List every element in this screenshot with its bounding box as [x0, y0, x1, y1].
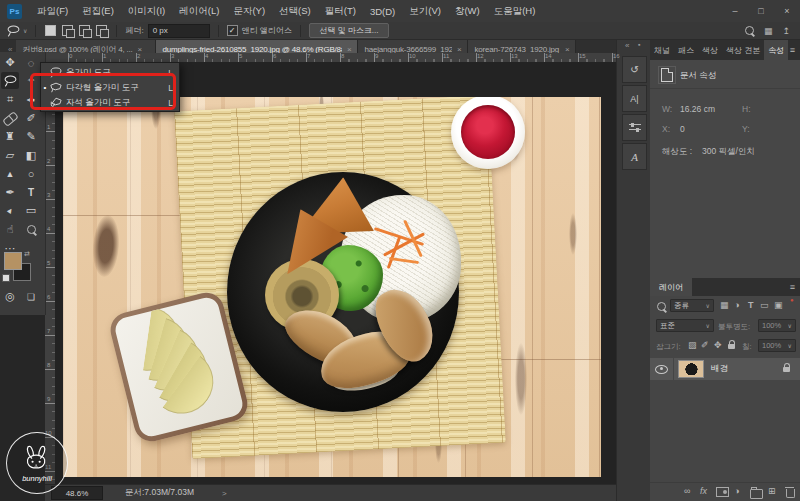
adjustments-panel-button[interactable] — [622, 114, 647, 141]
type-icon: T — [28, 187, 34, 198]
pen-tool[interactable]: ✒ — [1, 184, 19, 201]
layer-visibility-eye-icon[interactable] — [655, 365, 668, 374]
history-panel-button[interactable]: ↺ — [622, 56, 647, 83]
zoom-tool[interactable] — [22, 221, 40, 238]
crop-tool[interactable]: ⌗ — [1, 91, 19, 108]
add-selection-icon[interactable] — [62, 25, 73, 36]
horizontal-ruler: 0 1 2 3 4 5 6 7 8 9 10 11 12 13 14 15 16 — [55, 53, 616, 62]
new-group-folder-icon[interactable] — [750, 489, 763, 499]
minimize-button[interactable]: – — [722, 6, 748, 16]
menu-file[interactable]: 파일(F) — [30, 5, 75, 18]
healing-brush-tool[interactable] — [1, 110, 19, 127]
lock-all-icon[interactable] — [728, 344, 735, 349]
wood-knot — [569, 213, 577, 255]
blend-mode-dropdown[interactable]: 표준 ∨ — [656, 319, 714, 332]
foreground-color-swatch[interactable] — [4, 252, 22, 270]
canvas-image[interactable] — [63, 97, 601, 477]
filter-shape-layers-icon[interactable]: ▭ — [760, 300, 769, 310]
share-icon[interactable]: ↥ — [782, 26, 790, 36]
menu-select[interactable]: 선택(S) — [272, 5, 318, 18]
panel-menu-icon[interactable]: ≡ — [790, 45, 800, 55]
quick-mask-button[interactable]: ◎ — [1, 288, 19, 305]
workspace-switcher-icon[interactable]: ▦ — [764, 26, 773, 36]
hand-tool[interactable]: ☝ — [1, 221, 19, 238]
filter-type-layers-icon[interactable]: T — [748, 300, 754, 310]
menu-filter[interactable]: 필터(T) — [318, 5, 363, 18]
resolution-value[interactable]: 300 픽셀/인치 — [702, 146, 755, 158]
default-colors-icon[interactable] — [2, 274, 10, 282]
search-icon[interactable] — [745, 26, 754, 35]
type-tool[interactable]: T — [22, 184, 40, 201]
layers-panel-menu-icon[interactable]: ≡ — [790, 282, 800, 292]
filter-smart-object-icon[interactable]: ▣ — [774, 300, 783, 310]
rectangle-tool[interactable]: ▭ — [22, 202, 40, 219]
ruler-number: 3 — [171, 53, 174, 59]
menu-view[interactable]: 보기(V) — [402, 5, 448, 18]
expand-panels-icon[interactable]: « — [625, 41, 629, 50]
paragraph-panel-button[interactable]: A — [622, 143, 647, 170]
new-layer-icon[interactable]: ⊞ — [768, 486, 776, 496]
screen-mode-button[interactable]: ❏ — [22, 288, 40, 305]
menu-window[interactable]: 창(W) — [448, 5, 487, 18]
dodge-tool[interactable]: ○ — [22, 165, 40, 182]
layer-style-fx-icon[interactable]: fx — [700, 486, 707, 496]
layer-thumbnail[interactable] — [678, 360, 704, 378]
select-and-mask-button[interactable]: 선택 및 마스크... — [309, 23, 389, 38]
layer-filter-kind-dropdown[interactable]: 종류 ∨ — [670, 299, 714, 312]
lock-transparent-pixels-icon[interactable]: ▨ — [688, 340, 697, 350]
delete-layer-trash-icon[interactable] — [786, 489, 795, 498]
menu-image[interactable]: 이미지(I) — [121, 5, 172, 18]
feather-input[interactable]: 0 px — [148, 24, 210, 38]
history-panel-icon: ↺ — [630, 64, 638, 75]
layer-row-background[interactable]: 배경 — [650, 358, 800, 380]
subtract-selection-icon[interactable] — [79, 25, 90, 36]
menu-type[interactable]: 문자(Y) — [226, 5, 272, 18]
blur-tool[interactable]: ▲ — [1, 165, 19, 182]
antialias-checkbox[interactable]: ✓ — [227, 25, 238, 36]
filter-pixel-layers-icon[interactable]: ▦ — [720, 300, 729, 310]
tab-paths[interactable]: 패스 — [674, 40, 698, 60]
tab-channels[interactable]: 채널 — [650, 40, 674, 60]
zoom-level-input[interactable]: 48.6% — [51, 486, 103, 500]
menu-edit[interactable]: 편집(E) — [75, 5, 121, 18]
opacity-dropdown[interactable]: 100% ∨ — [758, 319, 796, 332]
close-button[interactable]: × — [774, 6, 800, 16]
eraser-tool[interactable]: ▱ — [1, 147, 19, 164]
tab-properties[interactable]: 속성 — [764, 40, 788, 60]
history-brush-tool[interactable]: ✎ — [22, 128, 40, 145]
new-selection-icon[interactable] — [45, 25, 56, 36]
tab-layers[interactable]: 레이어 — [650, 278, 692, 296]
link-layers-icon[interactable]: ∞ — [684, 486, 690, 496]
lock-image-pixels-icon[interactable]: ✐ — [701, 340, 709, 350]
marquee-tool[interactable]: ◌ — [22, 54, 40, 71]
maximize-button[interactable]: □ — [748, 6, 774, 16]
status-options-chevron-icon[interactable]: > — [222, 489, 227, 498]
ruler-number: 13 — [511, 53, 518, 59]
tab-color[interactable]: 색상 — [698, 40, 722, 60]
fill-dropdown[interactable]: 100% ∨ — [758, 339, 796, 352]
lock-position-icon[interactable]: ✥ — [714, 340, 722, 350]
menu-3d[interactable]: 3D(D) — [363, 6, 402, 17]
width-value[interactable]: 16.26 cm — [680, 104, 715, 114]
gradient-tool[interactable]: ◧ — [22, 147, 40, 164]
filter-adjustment-layers-icon[interactable]: ◑ — [734, 300, 739, 310]
add-layer-mask-icon[interactable] — [716, 487, 729, 497]
filter-toggle-red-dot[interactable]: ● — [790, 297, 794, 303]
menu-help[interactable]: 도움말(H) — [487, 5, 543, 18]
current-tool-lasso-icon[interactable]: ∨ — [6, 25, 27, 37]
x-value[interactable]: 0 — [680, 124, 685, 134]
tab-swatches[interactable]: 색상 견본 — [722, 40, 764, 60]
chevron-down-icon: ∨ — [706, 322, 710, 329]
path-selection-tool[interactable]: ► — [1, 202, 19, 219]
new-adjustment-layer-icon[interactable]: ◑ — [734, 486, 739, 496]
lasso-tool-selected[interactable] — [1, 72, 19, 89]
menu-layer[interactable]: 레이어(L) — [172, 5, 226, 18]
layer-name[interactable]: 배경 — [711, 363, 728, 375]
brush-tool[interactable]: ✐ — [22, 110, 40, 127]
character-panel-button[interactable]: A| — [622, 85, 647, 112]
move-tool[interactable]: ✥ — [1, 54, 19, 71]
vertical-ruler: 1 2 3 4 5 6 7 8 9 10 11 — [45, 62, 55, 484]
clone-stamp-tool[interactable]: ♜ — [1, 128, 19, 145]
intersect-selection-icon[interactable] — [96, 25, 107, 36]
swap-colors-icon[interactable]: ⇄ — [24, 250, 30, 258]
